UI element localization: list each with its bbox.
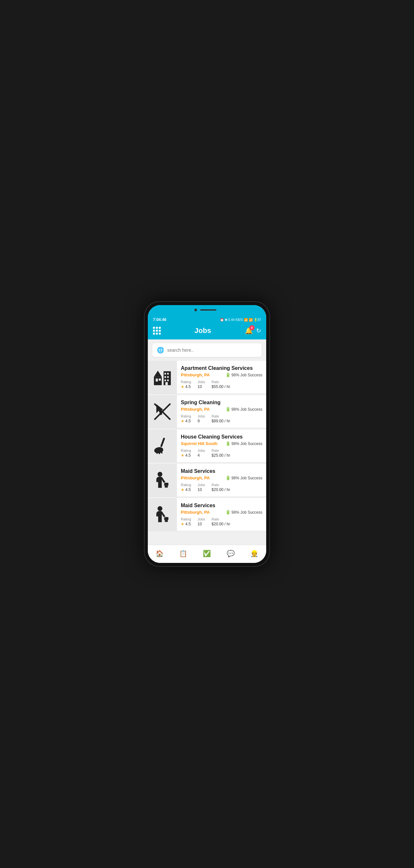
job-info-maid2: Maid Services Pittsburgh, PA 🔋 98% Job S…: [177, 498, 266, 531]
job-location-row: Squirrel Hill South 🔋 98% Job Success: [181, 441, 262, 446]
tasks-icon: ✅: [203, 550, 211, 557]
svg-rect-5: [165, 373, 166, 375]
job-location: Pittsburgh, PA: [181, 372, 210, 377]
rating-stat: Rating ★4.5: [181, 448, 191, 458]
nav-profile[interactable]: 👷: [246, 548, 262, 559]
phone-frame: 7:04:46 ⏰ ✱ 0.44 KB/S 📶 📶 🔋87 Jobs 🔔: [144, 301, 270, 567]
jobs-stat: Jobs 10: [198, 517, 205, 526]
job-success: 🔋 98% Job Success: [226, 475, 262, 480]
status-time: 7:04:46: [153, 317, 166, 322]
broom-icon: [153, 437, 171, 455]
job-card[interactable]: Spring Cleaning Pittsburgh, PA 🔋 98% Job…: [148, 395, 266, 428]
job-icon-maid2: [148, 498, 177, 531]
chat-icon: 💬: [227, 550, 235, 557]
apartment-icon: [153, 368, 171, 386]
jobs-stat: Jobs 10: [198, 380, 205, 389]
rate-stat: Rate $20.00 / hr: [211, 517, 230, 526]
svg-rect-15: [160, 437, 165, 447]
content-area: 🌐: [148, 339, 266, 563]
job-stats: Rating ★4.5 Jobs 9 Rate $89.00 / hr: [181, 414, 262, 423]
svg-rect-3: [159, 378, 161, 380]
nav-tasks[interactable]: ✅: [199, 548, 215, 559]
rating-stat: Rating ★4.5: [181, 380, 191, 389]
battery-icon: 🔋: [226, 510, 231, 515]
alarm-icon: ⏰: [220, 318, 224, 321]
job-info-house: House Cleaning Services Squirrel Hill So…: [177, 430, 266, 462]
wifi-icon: 📶: [244, 318, 248, 321]
svg-rect-10: [167, 379, 169, 381]
rate-stat: Rate $25.00 / hr: [211, 448, 230, 458]
job-location-row: Pittsburgh, PA 🔋 98% Job Success: [181, 510, 262, 515]
svg-rect-25: [165, 520, 168, 522]
speaker-bar: [200, 309, 216, 311]
nav-notes[interactable]: 📋: [175, 548, 191, 559]
job-title: Maid Services: [181, 468, 262, 474]
header-actions: 🔔 0 ↻: [245, 327, 261, 335]
svg-rect-22: [165, 486, 168, 488]
rate-stat: Rate $20.00 / hr: [211, 483, 230, 492]
svg-rect-8: [167, 376, 169, 378]
grid-menu-icon[interactable]: [153, 327, 161, 335]
job-icon-spring: [148, 395, 177, 428]
job-stats: Rating ★4.5 Jobs 10 Rate $20.00 / hr: [181, 517, 262, 526]
job-location-row: Pittsburgh, PA 🔋 98% Job Success: [181, 475, 262, 480]
battery-icon: 🔋: [226, 475, 231, 480]
job-card[interactable]: Apartment Cleaning Services Pittsburgh, …: [148, 361, 266, 394]
job-card[interactable]: Maid Services Pittsburgh, PA 🔋 98% Job S…: [148, 464, 266, 497]
status-bar: 7:04:46 ⏰ ✱ 0.44 KB/S 📶 📶 🔋87: [148, 315, 266, 323]
job-location: Pittsburgh, PA: [181, 407, 210, 412]
job-location-row: Pittsburgh, PA 🔋 98% Job Success: [181, 407, 262, 412]
data-speed: 0.44 KB/S: [228, 318, 243, 321]
bluetooth-icon: ✱: [225, 318, 228, 321]
nav-home[interactable]: 🏠: [152, 548, 168, 559]
svg-rect-7: [165, 376, 166, 378]
job-success: 🔋 98% Job Success: [226, 407, 262, 412]
job-icon-house: [148, 430, 177, 462]
maid-icon-2: [153, 505, 171, 524]
rate-stat: Rate $89.00 / hr: [211, 414, 230, 423]
job-info-apartment: Apartment Cleaning Services Pittsburgh, …: [177, 361, 266, 394]
svg-point-20: [158, 471, 162, 476]
profile-icon: 👷: [250, 550, 258, 557]
battery-icon: 🔋: [226, 372, 231, 377]
rate-stat: Rate $55.00 / hr: [211, 380, 230, 389]
svg-rect-6: [167, 373, 169, 375]
svg-marker-1: [154, 371, 162, 377]
status-icons: ⏰ ✱ 0.44 KB/S 📶 📶 🔋87: [220, 318, 261, 321]
notification-bell[interactable]: 🔔 0: [245, 327, 253, 335]
job-stats: Rating ★4.5 Jobs 4 Rate $25.00 / hr: [181, 448, 262, 458]
search-bar[interactable]: 🌐: [152, 343, 262, 357]
job-title: Apartment Cleaning Services: [181, 365, 262, 371]
svg-rect-11: [165, 382, 168, 385]
job-location: Pittsburgh, PA: [181, 510, 210, 515]
notification-badge: 0: [249, 325, 254, 330]
phone-inner: 7:04:46 ⏰ ✱ 0.44 KB/S 📶 📶 🔋87 Jobs 🔔: [148, 305, 266, 563]
rating-stat: Rating ★4.5: [181, 414, 191, 423]
battery-icon: 🔋: [226, 441, 231, 446]
search-input[interactable]: [167, 347, 257, 353]
job-card[interactable]: House Cleaning Services Squirrel Hill So…: [148, 430, 266, 463]
app-header: Jobs 🔔 0 ↻: [148, 323, 266, 339]
svg-marker-14: [156, 404, 163, 415]
job-title: House Cleaning Services: [181, 434, 262, 440]
battery-icon: 🔋: [226, 407, 231, 412]
job-info-spring: Spring Cleaning Pittsburgh, PA 🔋 98% Job…: [177, 395, 266, 428]
rating-stat: Rating ★4.5: [181, 517, 191, 526]
jobs-stat: Jobs 4: [198, 448, 205, 458]
maid-icon: [153, 471, 171, 489]
nocursor-icon: [153, 403, 171, 421]
page-title: Jobs: [195, 327, 211, 335]
camera-area: [148, 305, 266, 315]
refresh-icon[interactable]: ↻: [256, 327, 261, 334]
job-title: Spring Cleaning: [181, 400, 262, 405]
nav-chat[interactable]: 💬: [223, 548, 239, 559]
camera-dot: [195, 309, 197, 311]
job-card[interactable]: Maid Services Pittsburgh, PA 🔋 98% Job S…: [148, 498, 266, 531]
jobs-stat: Jobs 10: [198, 483, 205, 492]
job-success: 🔋 98% Job Success: [226, 441, 262, 446]
search-globe-icon: 🌐: [157, 346, 164, 354]
job-stats: Rating ★4.5 Jobs 10 Rate $55.00 / hr: [181, 380, 262, 389]
job-location: Pittsburgh, PA: [181, 475, 210, 480]
job-stats: Rating ★4.5 Jobs 10 Rate $20.00 / hr: [181, 483, 262, 492]
svg-point-23: [158, 506, 162, 511]
